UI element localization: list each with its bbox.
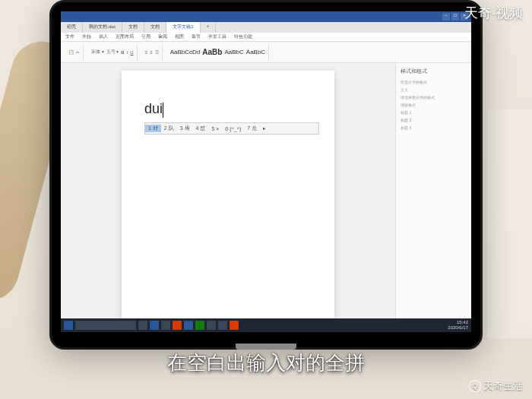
style-h3[interactable]: AaBbC bbox=[246, 49, 265, 55]
styles-group: AaBbCcDd AaBb AaBbC AaBbC bbox=[167, 44, 269, 61]
monitor-stand bbox=[236, 344, 296, 350]
menu-review[interactable]: 审阅 bbox=[158, 33, 167, 40]
tab-home[interactable]: 稻壳 bbox=[61, 22, 83, 33]
menu-view[interactable]: 视图 bbox=[175, 33, 184, 40]
app-icon-4[interactable] bbox=[218, 321, 227, 330]
ribbon-menu: 文件 开始 插入 页面布局 引用 审阅 视图 章节 开发工具 特色功能 bbox=[61, 33, 471, 42]
paste-icon[interactable]: 📋 bbox=[68, 49, 74, 55]
window-titlebar: − □ × bbox=[61, 11, 471, 22]
clipboard-group: 📋 ✂ bbox=[65, 44, 84, 61]
ime-cand-3[interactable]: 3 堆 bbox=[177, 125, 193, 132]
menu-dev[interactable]: 开发工具 bbox=[208, 33, 226, 40]
watermark-bottom-right: Q 天奇生活 bbox=[469, 379, 523, 393]
ime-cand-1[interactable]: 1 对 bbox=[145, 125, 161, 132]
ime-next-icon[interactable]: ▸ bbox=[260, 125, 269, 131]
align-center-icon[interactable]: ≡ bbox=[150, 50, 153, 55]
menu-layout[interactable]: 页面布局 bbox=[116, 33, 134, 40]
font-select[interactable]: 宋体 ▾ bbox=[91, 49, 104, 55]
tab-doc-3[interactable]: 文档 bbox=[144, 22, 166, 33]
ime-candidate-bar[interactable]: 1 对 2 队 3 堆 4 怼 5 × 6 (^_^) 7 兑 ▸ bbox=[144, 122, 319, 135]
styles-panel: 样式和格式 所选文字的格式 正文 请选择要应用的格式 清除格式 标题 1 标题 … bbox=[395, 63, 471, 321]
explorer-icon[interactable] bbox=[161, 321, 170, 330]
bold-button[interactable]: B bbox=[121, 50, 124, 55]
tab-new[interactable]: + bbox=[201, 22, 217, 33]
maximize-button[interactable]: □ bbox=[451, 13, 459, 21]
panel-item[interactable]: 所选文字的格式 bbox=[401, 78, 467, 86]
text-cursor bbox=[163, 103, 163, 118]
menu-ref[interactable]: 引用 bbox=[141, 33, 150, 40]
monitor-frame: − □ × 稻壳 我的文档.doc 文档 文档 文字文稿1 + 文件 开始 插入… bbox=[49, 0, 483, 350]
document-tabs: 稻壳 我的文档.doc 文档 文档 文字文稿1 + bbox=[61, 22, 471, 33]
menu-special[interactable]: 特色功能 bbox=[234, 33, 252, 40]
system-tray-clock[interactable]: 15:42 2020/6/17 bbox=[448, 320, 468, 331]
panel-item: 请选择要应用的格式 bbox=[401, 93, 467, 101]
edge-icon[interactable] bbox=[150, 321, 159, 330]
align-left-icon[interactable]: ≡ bbox=[145, 50, 148, 55]
search-circle-icon: Q bbox=[469, 380, 481, 392]
start-button[interactable] bbox=[64, 321, 73, 330]
minimize-button[interactable]: − bbox=[442, 13, 450, 21]
tab-doc-1[interactable]: 我的文档.doc bbox=[83, 22, 122, 33]
paragraph-group: ≡ ≡ ☰ bbox=[142, 44, 163, 61]
italic-button[interactable]: I bbox=[127, 50, 128, 55]
task-view-icon[interactable] bbox=[138, 321, 147, 330]
tab-doc-2[interactable]: 文档 bbox=[122, 22, 144, 33]
screen: − □ × 稻壳 我的文档.doc 文档 文档 文字文稿1 + 文件 开始 插入… bbox=[61, 11, 471, 332]
ime-cand-2[interactable]: 2 队 bbox=[161, 125, 177, 132]
menu-home[interactable]: 开始 bbox=[82, 33, 91, 40]
menu-chapter[interactable]: 章节 bbox=[192, 33, 201, 40]
ime-cand-4[interactable]: 4 怼 bbox=[193, 125, 209, 132]
list-icon[interactable]: ☰ bbox=[155, 49, 159, 55]
watermark-top-right: 天奇·视频 bbox=[464, 4, 523, 22]
panel-item[interactable]: 清除格式 bbox=[401, 101, 467, 109]
search-box[interactable] bbox=[75, 321, 136, 330]
document-area: dui 1 对 2 队 3 堆 4 怼 5 × 6 (^_^) 7 兑 ▸ bbox=[61, 63, 395, 321]
tab-doc-active[interactable]: 文字文稿1 bbox=[166, 22, 200, 33]
font-size[interactable]: 五号 ▾ bbox=[106, 49, 119, 55]
style-normal[interactable]: AaBbCcDd bbox=[170, 49, 201, 55]
word-icon[interactable] bbox=[184, 321, 193, 330]
style-h1[interactable]: AaBb bbox=[202, 48, 222, 56]
panel-item[interactable]: 标题 1 bbox=[401, 109, 467, 116]
menu-insert[interactable]: 插入 bbox=[99, 33, 108, 40]
app-icon-5[interactable] bbox=[230, 321, 239, 330]
typed-text: dui bbox=[144, 101, 163, 116]
background-card bbox=[486, 110, 532, 338]
panel-title: 样式和格式 bbox=[401, 68, 467, 75]
font-group: 宋体 ▾ 五号 ▾ B I U bbox=[88, 44, 138, 61]
ime-cand-6[interactable]: 6 (^_^) bbox=[222, 126, 244, 131]
app-icon[interactable] bbox=[173, 321, 182, 330]
workspace: dui 1 对 2 队 3 堆 4 怼 5 × 6 (^_^) 7 兑 ▸ 样式… bbox=[61, 63, 471, 321]
video-subtitle: 在空白出输入对的全拼 bbox=[0, 350, 532, 376]
panel-item[interactable]: 标题 2 bbox=[401, 116, 467, 124]
panel-item[interactable]: 标题 3 bbox=[401, 124, 467, 131]
app-icon-2[interactable] bbox=[195, 321, 204, 330]
ribbon-toolbar: 📋 ✂ 宋体 ▾ 五号 ▾ B I U ≡ ≡ ☰ AaBbCcDd AaBb … bbox=[61, 42, 471, 63]
ime-cand-7[interactable]: 7 兑 bbox=[244, 125, 260, 132]
underline-button[interactable]: U bbox=[130, 50, 133, 55]
windows-taskbar: 15:42 2020/6/17 bbox=[61, 318, 471, 332]
app-icon-3[interactable] bbox=[207, 321, 216, 330]
ime-cand-5[interactable]: 5 × bbox=[208, 126, 222, 131]
menu-file[interactable]: 文件 bbox=[65, 33, 74, 40]
panel-item[interactable]: 正文 bbox=[401, 86, 467, 93]
style-h2[interactable]: AaBbC bbox=[224, 49, 243, 55]
document-page[interactable]: dui 1 对 2 队 3 堆 4 怼 5 × 6 (^_^) 7 兑 ▸ bbox=[122, 71, 334, 329]
cut-icon[interactable]: ✂ bbox=[76, 49, 80, 55]
